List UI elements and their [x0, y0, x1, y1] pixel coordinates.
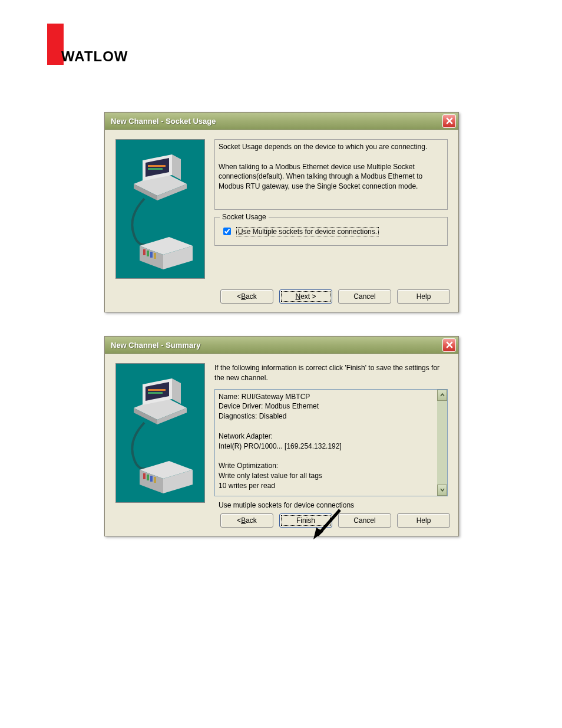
summary-text: Name: RUI/Gateway MBTCP Device Driver: M… — [215, 390, 437, 496]
help-button[interactable]: Help — [397, 513, 450, 528]
socket-usage-group: Socket Usage Use Multiple sockets for de… — [214, 217, 448, 246]
multiple-sockets-checkbox[interactable] — [223, 228, 231, 235]
svg-rect-31 — [154, 477, 156, 483]
svg-rect-23 — [148, 389, 166, 391]
groupbox-label: Socket Usage — [220, 213, 269, 221]
svg-rect-28 — [143, 473, 146, 479]
svg-rect-7 — [148, 165, 166, 167]
svg-rect-12 — [143, 249, 146, 255]
scrollbar[interactable] — [437, 390, 447, 496]
watlow-logo: WATLOW — [47, 24, 515, 65]
cancel-button[interactable]: Cancel — [338, 513, 391, 528]
svg-rect-8 — [148, 168, 163, 170]
dialog-socket-usage: New Channel - Socket Usage — [104, 112, 459, 312]
dialog-summary: New Channel - Summary — [104, 336, 459, 536]
svg-rect-15 — [154, 253, 156, 259]
summary-description: If the following information is correct … — [214, 363, 448, 383]
next-button[interactable]: Next > — [279, 289, 332, 304]
svg-rect-24 — [148, 392, 163, 394]
dialog-title: New Channel - Socket Usage — [111, 117, 442, 126]
svg-rect-30 — [150, 476, 153, 482]
logo-text: WATLOW — [61, 48, 128, 65]
close-button[interactable] — [442, 114, 456, 128]
back-button[interactable]: < Back — [220, 513, 273, 528]
close-icon — [446, 341, 453, 348]
summary-scrollbox: Name: RUI/Gateway MBTCP Device Driver: M… — [214, 389, 448, 496]
titlebar: New Channel - Summary — [105, 337, 458, 354]
chevron-up-icon — [440, 393, 445, 397]
description-text: Socket Usage depends on the device to wh… — [214, 139, 448, 210]
svg-rect-29 — [147, 475, 149, 480]
scroll-down-button[interactable] — [437, 485, 447, 496]
scroll-up-button[interactable] — [437, 390, 447, 401]
cancel-button[interactable]: Cancel — [338, 289, 391, 304]
back-button[interactable]: < Back — [220, 289, 273, 304]
dialog-title: New Channel - Summary — [111, 341, 442, 350]
close-button[interactable] — [442, 338, 456, 352]
wizard-illustration — [115, 139, 205, 279]
wizard-illustration — [115, 363, 205, 503]
chevron-down-icon — [440, 487, 445, 492]
svg-rect-13 — [147, 251, 149, 256]
checkbox-label[interactable]: Use Multiple sockets for device connecti… — [236, 227, 379, 236]
svg-rect-14 — [150, 252, 153, 258]
close-icon — [446, 117, 453, 124]
scrollbar-track[interactable] — [437, 401, 447, 485]
help-button[interactable]: Help — [397, 289, 450, 304]
titlebar: New Channel - Socket Usage — [105, 113, 458, 130]
finish-button[interactable]: Finish — [279, 513, 332, 528]
